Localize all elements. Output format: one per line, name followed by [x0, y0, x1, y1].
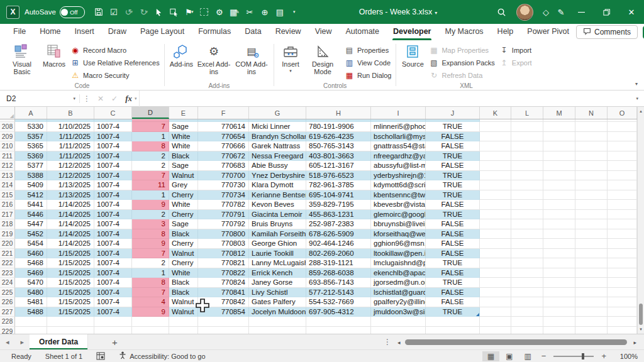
cell-B210[interactable]: 1/11/2025 [47, 141, 94, 151]
cell-A215[interactable]: 5412 [15, 190, 47, 200]
cell-O228[interactable] [608, 317, 637, 327]
cell-G216[interactable]: Kevon Beves [249, 200, 306, 210]
restore-button[interactable] [594, 0, 619, 24]
tab-view[interactable]: View [308, 24, 339, 40]
cell-M225[interactable] [543, 288, 575, 298]
cell-K210[interactable] [480, 141, 511, 151]
cell-M211[interactable] [543, 151, 575, 162]
cell-L226[interactable] [511, 297, 543, 307]
cell-N211[interactable] [575, 151, 608, 162]
cell-B213[interactable]: 1/12/2025 [47, 171, 94, 181]
row-header-220[interactable]: 220 [0, 239, 15, 249]
cell-F227[interactable]: 770854 [198, 307, 249, 317]
crop-icon[interactable]: ✂ [243, 4, 256, 20]
cell-B212[interactable]: 1/12/2025 [47, 161, 94, 171]
cell-G221[interactable]: Laurie Tookill [249, 249, 306, 259]
cell-K218[interactable] [480, 219, 511, 229]
cell-O209[interactable] [608, 132, 637, 142]
cell-D222[interactable]: 2 [132, 258, 169, 268]
cell-F228[interactable] [198, 317, 249, 327]
com-add-ins-button[interactable]: ▤⚙ COM Add-ins [233, 42, 270, 77]
cell-L225[interactable] [511, 288, 543, 298]
cell-O221[interactable] [608, 249, 637, 259]
cell-O226[interactable] [608, 297, 637, 307]
cell-D210[interactable]: 8 [132, 141, 169, 151]
cell-J222[interactable]: TRUE [426, 258, 480, 268]
cell-M222[interactable] [543, 258, 575, 268]
cell-J219[interactable]: FALSE [426, 229, 480, 239]
cell-B222[interactable]: 1/15/2025 [47, 258, 94, 268]
cell-M217[interactable] [543, 210, 575, 220]
cell-D208[interactable]: 7 [132, 122, 169, 132]
cell-D215[interactable]: 1 [132, 190, 169, 200]
cell-G210[interactable]: Garek Nattrass [249, 141, 306, 151]
cell-J220[interactable]: FALSE [426, 239, 480, 249]
cell-M226[interactable] [543, 297, 575, 307]
cell-H208[interactable]: 780-191-9906 [306, 122, 371, 132]
cell-C208[interactable]: 1007-4 [94, 122, 132, 132]
cell-M223[interactable] [543, 268, 575, 278]
cell-I211[interactable]: nfreegardhz@yahoo [371, 151, 426, 162]
cell-M213[interactable] [543, 171, 575, 181]
cell-I229[interactable] [371, 327, 426, 334]
cell-E212[interactable]: Sage [169, 161, 198, 171]
tab-automate[interactable]: Automate [339, 24, 387, 40]
cell-B224[interactable]: 1/15/2025 [47, 278, 94, 288]
add-sheet-button[interactable]: + [106, 337, 124, 348]
cell-F223[interactable]: 770822 [198, 268, 249, 278]
cell-H217[interactable]: 455-863-1231 [306, 210, 371, 220]
cell-O213[interactable] [608, 171, 637, 181]
cell-E218[interactable]: Sage [169, 219, 198, 229]
page-layout-view-button[interactable]: ▣ [501, 351, 518, 361]
undo-icon[interactable]: ↺▾ [123, 4, 135, 20]
close-button[interactable]: ✕ [619, 0, 644, 24]
cell-B227[interactable]: 1/15/2025 [47, 307, 94, 317]
cell-O214[interactable] [608, 180, 637, 190]
cell-J212[interactable]: FALSE [426, 161, 480, 171]
cell-G212[interactable]: Abie Bussy [249, 161, 306, 171]
cell-F214[interactable]: 770730 [198, 180, 249, 190]
vertical-scrollbar[interactable]: ▴ ▾ [637, 107, 644, 334]
cell-F212[interactable]: 770683 [198, 161, 249, 171]
row-header-218[interactable]: 218 [0, 219, 15, 229]
cell-L217[interactable] [511, 210, 543, 220]
cell-B214[interactable]: 1/13/2025 [47, 180, 94, 190]
cell-F225[interactable]: 770841 [198, 288, 249, 298]
scroll-right-arrow[interactable]: ▸ [633, 339, 636, 346]
cell-M229[interactable] [543, 327, 575, 334]
zoom-slider[interactable] [553, 356, 594, 357]
cell-F213[interactable]: 770700 [198, 171, 249, 181]
macro-record-icon[interactable] [96, 352, 105, 360]
cell-K224[interactable] [480, 278, 511, 288]
cell-I216[interactable]: kbevesbr@vistaprin [371, 200, 426, 210]
cell-G224[interactable]: Janey Gorse [249, 278, 306, 288]
cell-C220[interactable]: 1007-4 [94, 239, 132, 249]
cell-N212[interactable] [575, 161, 608, 171]
formula-input[interactable] [139, 90, 630, 107]
cell-E226[interactable]: Walnut [169, 297, 198, 307]
cell-L229[interactable] [511, 327, 543, 334]
row-header-214[interactable]: 214 [0, 180, 15, 190]
sheet-nav-right[interactable]: ▸ [15, 338, 30, 346]
cell-A219[interactable]: 5452 [15, 229, 47, 239]
cell-F226[interactable]: 770842 [198, 297, 249, 307]
cell-B219[interactable]: 1/14/2025 [47, 229, 94, 239]
cell-J226[interactable]: FALSE [426, 297, 480, 307]
cell-E217[interactable]: Cherry [169, 210, 198, 220]
column-header-A[interactable]: A [15, 107, 47, 119]
cell-D229[interactable] [132, 327, 169, 334]
cell-N224[interactable] [575, 278, 608, 288]
cell-E208[interactable]: Sage [169, 122, 198, 132]
cell-M219[interactable] [543, 229, 575, 239]
cell-C209[interactable]: 1007-4 [94, 132, 132, 142]
cell-O208[interactable] [608, 122, 637, 132]
cell-F220[interactable]: 770803 [198, 239, 249, 249]
select-all-corner[interactable]: ◢ [0, 107, 15, 119]
minimize-button[interactable] [569, 0, 594, 24]
cell-G219[interactable]: Kamilah Forseith [249, 229, 306, 239]
cell-J229[interactable] [426, 327, 480, 334]
cell-M214[interactable] [543, 180, 575, 190]
feedback-pen-icon[interactable]: ✎ [555, 4, 567, 20]
cell-D219[interactable]: 8 [132, 229, 169, 239]
cell-B223[interactable]: 1/15/2025 [47, 268, 94, 278]
